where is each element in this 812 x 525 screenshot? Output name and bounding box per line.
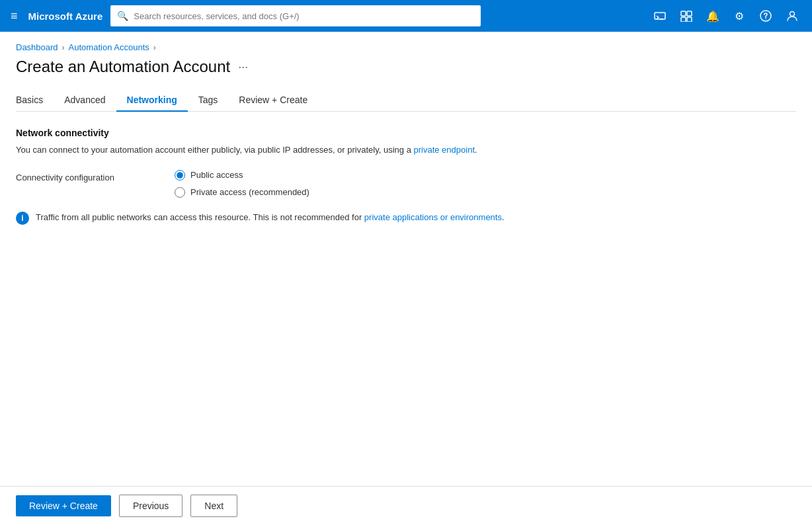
previous-button[interactable]: Previous	[119, 495, 183, 517]
search-bar[interactable]: 🔍	[110, 5, 481, 26]
svg-rect-4	[681, 17, 686, 22]
portal-menu-icon[interactable]	[674, 4, 698, 28]
svg-rect-5	[687, 17, 692, 22]
info-text: Traffic from all public networks can acc…	[36, 211, 505, 224]
notifications-icon[interactable]: 🔔	[701, 4, 725, 28]
breadcrumb: Dashboard › Automation Accounts ›	[16, 42, 796, 52]
public-access-radio[interactable]	[175, 170, 185, 181]
connectivity-radio-group: Public access Private access (recommende…	[175, 170, 309, 198]
tab-networking[interactable]: Networking	[116, 89, 188, 112]
page-title: Create an Automation Account	[16, 58, 230, 76]
account-icon[interactable]	[780, 4, 804, 28]
form-section: Network connectivity You can connect to …	[16, 128, 796, 486]
svg-point-8	[790, 12, 795, 17]
page-menu-icon[interactable]: ···	[238, 60, 248, 74]
network-connectivity-title: Network connectivity	[16, 128, 796, 138]
connectivity-config-row: Connectivity configuration Public access…	[16, 170, 796, 198]
svg-rect-2	[681, 11, 686, 16]
help-icon[interactable]	[754, 4, 778, 28]
tab-basics[interactable]: Basics	[16, 89, 54, 112]
app-logo: Microsoft Azure	[28, 11, 103, 22]
breadcrumb-separator-1: ›	[62, 43, 65, 52]
private-access-label: Private access (recommended)	[190, 187, 309, 197]
private-access-option[interactable]: Private access (recommended)	[175, 187, 309, 198]
header-icons: 🔔 ⚙	[648, 4, 804, 28]
private-access-radio[interactable]	[175, 187, 185, 198]
tab-review-create[interactable]: Review + Create	[228, 89, 318, 112]
settings-icon[interactable]: ⚙	[727, 4, 751, 28]
svg-rect-3	[687, 11, 692, 16]
breadcrumb-dashboard[interactable]: Dashboard	[16, 42, 58, 52]
private-endpoint-link[interactable]: private endpoint	[413, 145, 475, 155]
next-button[interactable]: Next	[190, 495, 237, 517]
header: ≡ Microsoft Azure 🔍 🔔 ⚙	[0, 0, 812, 32]
main-content: Dashboard › Automation Accounts › Create…	[0, 32, 812, 486]
connectivity-label: Connectivity configuration	[16, 170, 148, 182]
info-icon: i	[16, 212, 29, 225]
breadcrumb-separator-2: ›	[153, 43, 156, 52]
public-access-option[interactable]: Public access	[175, 170, 309, 181]
cloud-shell-icon[interactable]	[648, 4, 672, 28]
public-access-label: Public access	[190, 170, 243, 180]
info-box: i Traffic from all public networks can a…	[16, 211, 796, 225]
footer: Review + Create Previous Next	[0, 486, 812, 525]
tab-tags[interactable]: Tags	[188, 89, 229, 112]
search-input[interactable]	[134, 11, 474, 21]
private-apps-link[interactable]: private applications or environments	[364, 212, 502, 222]
tab-bar: Basics Advanced Networking Tags Review +…	[16, 89, 796, 112]
svg-point-7	[765, 19, 766, 20]
search-icon: 🔍	[117, 11, 128, 21]
page-title-row: Create an Automation Account ···	[16, 58, 796, 76]
review-create-button[interactable]: Review + Create	[16, 495, 111, 516]
breadcrumb-automation-accounts[interactable]: Automation Accounts	[69, 42, 149, 52]
hamburger-icon[interactable]: ≡	[8, 7, 20, 26]
svg-rect-0	[655, 13, 665, 19]
tab-advanced[interactable]: Advanced	[54, 89, 116, 112]
network-connectivity-desc: You can connect to your automation accou…	[16, 143, 796, 157]
